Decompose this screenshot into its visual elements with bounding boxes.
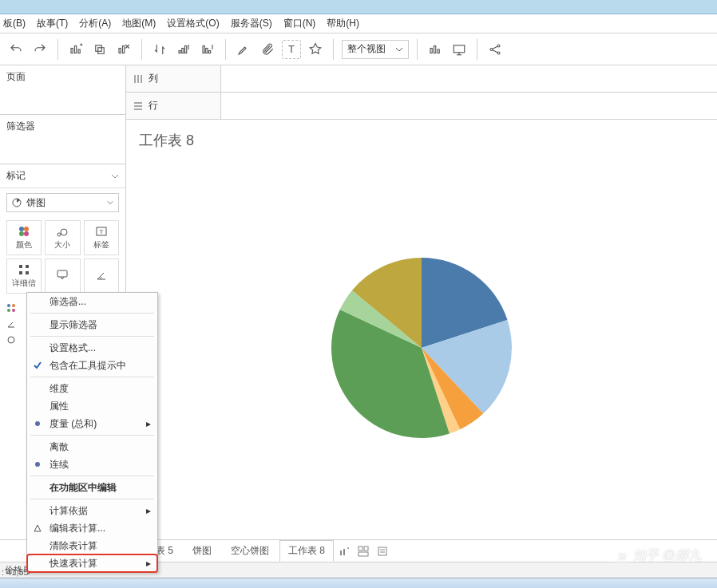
pages-header: 页面 xyxy=(0,65,125,89)
highlight-button[interactable] xyxy=(234,40,253,59)
pie-icon xyxy=(12,198,22,207)
presentation-button[interactable] xyxy=(450,40,469,59)
svg-rect-12 xyxy=(182,48,184,53)
ctx-在功能区中编辑[interactable]: 在功能区中编辑 xyxy=(27,479,157,496)
new-sheet-button[interactable] xyxy=(335,543,353,559)
size-icon xyxy=(56,225,69,238)
svg-rect-13 xyxy=(185,45,187,53)
show-me-button[interactable] xyxy=(426,40,445,59)
new-story-button[interactable] xyxy=(374,543,391,559)
svg-rect-54 xyxy=(343,549,345,555)
viz-canvas[interactable] xyxy=(126,156,717,539)
svg-point-25 xyxy=(497,52,500,54)
pin-button[interactable] xyxy=(306,40,325,59)
rows-shelf[interactable]: 行 xyxy=(126,93,717,120)
tab-donut[interactable]: 空心饼图 xyxy=(222,540,278,562)
title-bar xyxy=(0,0,717,14)
svg-point-34 xyxy=(61,229,67,235)
ctx-度量 (总和)[interactable]: 度量 (总和)▸ xyxy=(27,415,157,432)
menu-analysis[interactable]: 分析(A) xyxy=(79,17,111,30)
ctx-设置格式...[interactable]: 设置格式... xyxy=(27,339,157,357)
ctx-编辑表计算...[interactable]: 编辑表计算... xyxy=(27,519,157,537)
svg-rect-11 xyxy=(179,50,180,53)
ctx-计算依据[interactable]: 计算依据▸ xyxy=(27,502,157,519)
mark-tooltip[interactable] xyxy=(45,258,80,294)
svg-rect-6 xyxy=(98,47,105,53)
svg-rect-5 xyxy=(96,45,102,51)
redo-button[interactable] xyxy=(30,40,50,59)
menu-server[interactable]: 服务器(S) xyxy=(231,17,272,30)
menu-format[interactable]: 设置格式(O) xyxy=(167,17,219,30)
menu-dashboard[interactable]: 板(B) xyxy=(3,17,26,30)
duplicate-button[interactable] xyxy=(90,40,109,59)
ctx-离散[interactable]: 离散 xyxy=(27,438,157,456)
swap-button[interactable] xyxy=(150,40,169,59)
attach-button[interactable] xyxy=(258,40,277,59)
sort-asc-button[interactable] xyxy=(174,40,193,59)
mark-label[interactable]: T 标签 xyxy=(84,220,119,255)
svg-rect-39 xyxy=(19,271,22,274)
chevron-down-icon[interactable] xyxy=(111,172,119,180)
mark-type-select[interactable]: 饼图 xyxy=(6,193,119,212)
mark-color[interactable]: 颜色 xyxy=(6,220,42,255)
status-value: : 41,55 xyxy=(2,567,29,577)
chevron-down-icon xyxy=(395,45,403,53)
svg-rect-58 xyxy=(364,547,368,551)
menu-help[interactable]: 帮助(H) xyxy=(327,17,359,30)
svg-rect-37 xyxy=(19,265,22,268)
ctx-快速表计算[interactable]: 快速表计算▸ xyxy=(27,554,157,572)
ctx-属性[interactable]: 属性 xyxy=(27,397,157,415)
svg-point-31 xyxy=(19,231,24,236)
mark-detail[interactable]: 详细信 xyxy=(6,258,42,294)
svg-point-29 xyxy=(19,227,24,231)
svg-rect-18 xyxy=(434,45,436,53)
svg-point-43 xyxy=(12,304,15,307)
svg-line-26 xyxy=(493,46,497,49)
ctx-包含在工具提示中[interactable]: 包含在工具提示中 xyxy=(27,357,157,374)
sort-desc-button[interactable] xyxy=(198,40,217,59)
svg-rect-60 xyxy=(378,547,386,555)
svg-point-24 xyxy=(497,45,500,47)
ctx-筛选器...[interactable]: 筛选器... xyxy=(27,293,157,310)
label-icon: T xyxy=(95,225,108,238)
menu-story[interactable]: 故事(T) xyxy=(37,17,68,30)
mark-size[interactable]: 大小 xyxy=(45,220,80,255)
svg-point-45 xyxy=(12,309,15,312)
fit-select[interactable]: 整个视图 xyxy=(342,40,409,59)
svg-text:T: T xyxy=(99,228,103,235)
color-icon xyxy=(18,225,30,238)
new-worksheet-button[interactable] xyxy=(66,40,85,59)
svg-point-23 xyxy=(490,48,493,50)
pie-chart xyxy=(330,256,513,440)
undo-button[interactable] xyxy=(6,40,26,59)
menu-window[interactable]: 窗口(N) xyxy=(283,17,316,30)
svg-point-64 xyxy=(35,462,40,467)
toolbar: T 整个视图 xyxy=(0,34,717,65)
text-button[interactable]: T xyxy=(282,40,301,59)
clear-button[interactable] xyxy=(114,40,133,59)
tab-sheet-8[interactable]: 工作表 8 xyxy=(279,540,334,562)
sheet-title[interactable]: 工作表 8 xyxy=(126,120,717,156)
svg-rect-17 xyxy=(430,48,432,53)
svg-point-42 xyxy=(7,304,10,307)
menu-map[interactable]: 地图(M) xyxy=(122,17,156,30)
svg-rect-20 xyxy=(454,45,465,52)
svg-rect-14 xyxy=(203,45,204,53)
tab-pie[interactable]: 饼图 xyxy=(184,540,220,562)
share-button[interactable] xyxy=(485,40,505,59)
svg-rect-57 xyxy=(358,547,362,551)
svg-text:知: 知 xyxy=(617,551,627,560)
ctx-清除表计算[interactable]: 清除表计算 xyxy=(27,537,157,554)
svg-rect-59 xyxy=(358,552,368,556)
watermark: 知 知乎 @娜九 xyxy=(614,547,701,564)
new-dashboard-button[interactable] xyxy=(355,543,372,559)
ctx-显示筛选器[interactable]: 显示筛选器 xyxy=(27,316,157,333)
svg-point-33 xyxy=(57,233,61,236)
mark-angle[interactable] xyxy=(84,258,119,294)
columns-shelf[interactable]: 列 xyxy=(126,65,717,93)
ctx-连续[interactable]: 连续 xyxy=(27,456,157,473)
svg-rect-0 xyxy=(71,48,73,53)
context-menu: 筛选器...显示筛选器设置格式...包含在工具提示中维度属性度量 (总和)▸离散… xyxy=(26,292,158,573)
marks-header: 标记 xyxy=(6,169,26,183)
ctx-维度[interactable]: 维度 xyxy=(27,380,157,397)
